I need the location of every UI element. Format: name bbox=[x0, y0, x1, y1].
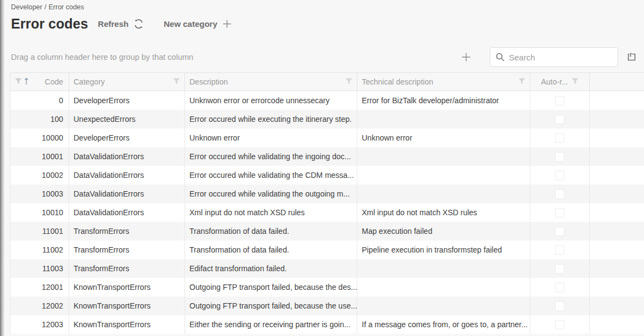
column-header-empty bbox=[590, 73, 644, 91]
cell-technical-description: If a message comes from, or goes to, a p… bbox=[357, 315, 530, 334]
table-row[interactable]: 10010DataValidationErrorsXml input do no… bbox=[10, 203, 644, 222]
sort-ascending-icon bbox=[24, 77, 29, 87]
group-panel-hint: Drag a column header here to group by th… bbox=[11, 53, 461, 61]
cell-category: KnownTransportErrors bbox=[69, 315, 185, 334]
cell-auto-retry bbox=[530, 222, 590, 240]
cell-code: 0 bbox=[10, 91, 69, 110]
new-category-button-label: New category bbox=[164, 19, 217, 29]
cell-empty bbox=[590, 203, 644, 222]
cell-description: Error occured while validating the CDM m… bbox=[185, 166, 357, 184]
auto-retry-checkbox[interactable] bbox=[555, 264, 564, 273]
cell-auto-retry bbox=[530, 296, 590, 315]
cell-technical-description: Map execution failed bbox=[357, 222, 530, 240]
column-header-label: Auto-r... bbox=[541, 77, 568, 86]
column-header-label: Technical description bbox=[362, 77, 518, 86]
table-row[interactable]: 10001DataValidationErrorsError occured w… bbox=[10, 147, 644, 166]
column-header-auto-retry[interactable]: Auto-r... bbox=[530, 73, 590, 91]
filter-icon[interactable] bbox=[345, 77, 352, 86]
cell-code: 12002 bbox=[10, 296, 69, 315]
cell-code: 12001 bbox=[10, 278, 69, 296]
refresh-button[interactable]: Refresh bbox=[98, 19, 144, 29]
export-button[interactable] bbox=[626, 52, 637, 63]
cell-technical-description bbox=[357, 166, 530, 184]
auto-retry-checkbox[interactable] bbox=[555, 283, 564, 292]
filter-icon[interactable] bbox=[173, 77, 180, 86]
cell-empty bbox=[590, 91, 644, 110]
add-row-button[interactable] bbox=[461, 52, 471, 62]
cell-description: Outgoing FTP transport failed, because t… bbox=[185, 278, 357, 296]
column-header-category[interactable]: Category bbox=[69, 73, 185, 91]
filter-icon[interactable] bbox=[15, 77, 22, 86]
cell-empty bbox=[590, 222, 644, 240]
auto-retry-checkbox[interactable] bbox=[555, 301, 564, 311]
cell-code: 100 bbox=[10, 110, 69, 128]
table-row[interactable]: 10003DataValidationErrorsError occured w… bbox=[10, 184, 644, 203]
left-edge-shadow bbox=[0, 0, 4, 336]
cell-category: DeveloperErrors bbox=[69, 128, 185, 147]
cell-empty bbox=[590, 110, 644, 128]
cell-auto-retry bbox=[530, 203, 590, 222]
cell-category: TransformErrors bbox=[69, 259, 185, 278]
search-input[interactable] bbox=[509, 53, 612, 62]
filter-icon[interactable] bbox=[518, 77, 525, 86]
cell-description: Unknown error bbox=[185, 128, 357, 147]
column-header-technical-description[interactable]: Technical description bbox=[357, 73, 530, 91]
cell-technical-description: Error for BizTalk developer/administrato… bbox=[357, 91, 530, 110]
table-row[interactable]: 11002TransformErrorsTransformation of da… bbox=[10, 240, 644, 259]
auto-retry-checkbox[interactable] bbox=[555, 115, 564, 124]
auto-retry-checkbox[interactable] bbox=[555, 133, 564, 143]
cell-empty bbox=[590, 128, 644, 147]
filter-icon[interactable] bbox=[572, 77, 579, 86]
auto-retry-checkbox[interactable] bbox=[555, 208, 564, 217]
cell-description: Error occured while validating the outgo… bbox=[185, 184, 357, 203]
cell-auto-retry bbox=[530, 110, 590, 128]
cell-code: 10010 bbox=[10, 203, 69, 222]
auto-retry-checkbox[interactable] bbox=[555, 227, 564, 236]
new-category-button[interactable]: New category bbox=[164, 19, 232, 29]
breadcrumb-item-developer[interactable]: Developer bbox=[11, 3, 42, 11]
table-row[interactable]: 11001TransformErrorsTransformation of da… bbox=[10, 222, 644, 240]
grid-header-row: Code Category Description Technical desc… bbox=[10, 72, 644, 91]
column-header-description[interactable]: Description bbox=[185, 73, 357, 91]
cell-description: Transformation of data failed. bbox=[185, 222, 357, 240]
table-row[interactable]: 12003KnownTransportErrorsEither the send… bbox=[10, 315, 644, 334]
table-row[interactable]: 11003TransformErrorsEdifact transformati… bbox=[10, 259, 644, 278]
auto-retry-checkbox[interactable] bbox=[555, 171, 564, 180]
column-header-label: Description bbox=[189, 77, 345, 86]
table-row[interactable]: 0DeveloperErrorsUnknwon error or errorco… bbox=[10, 91, 644, 110]
auto-retry-checkbox[interactable] bbox=[555, 152, 564, 161]
breadcrumb: Developer/Error codes bbox=[11, 3, 644, 11]
cell-code: 12003 bbox=[10, 315, 69, 334]
breadcrumb-item-error-codes[interactable]: Error codes bbox=[48, 3, 84, 11]
cell-category: DataValidationErrors bbox=[69, 166, 185, 184]
cell-auto-retry bbox=[530, 240, 590, 259]
table-row[interactable]: 12001KnownTransportErrorsOutgoing FTP tr… bbox=[10, 278, 644, 296]
cell-empty bbox=[590, 296, 644, 315]
cell-code: 11002 bbox=[10, 240, 69, 259]
auto-retry-checkbox[interactable] bbox=[555, 189, 564, 199]
cell-technical-description bbox=[357, 259, 530, 278]
cell-empty bbox=[590, 259, 644, 278]
cell-description: Xml input do not match XSD rules bbox=[185, 203, 357, 222]
grid-body: 0DeveloperErrorsUnknwon error or errorco… bbox=[10, 91, 644, 334]
auto-retry-checkbox[interactable] bbox=[555, 320, 564, 329]
table-row[interactable]: 12002KnownTransportErrorsOutgoing FTP tr… bbox=[10, 296, 644, 315]
cell-empty bbox=[590, 184, 644, 203]
cell-technical-description bbox=[357, 184, 530, 203]
cell-code: 10003 bbox=[10, 184, 69, 203]
table-row[interactable]: 10002DataValidationErrorsError occured w… bbox=[10, 166, 644, 184]
auto-retry-checkbox[interactable] bbox=[555, 96, 564, 105]
cell-category: UnexpectedErrors bbox=[69, 110, 185, 128]
search-box bbox=[490, 47, 618, 67]
cell-auto-retry bbox=[530, 259, 590, 278]
cell-category: TransformErrors bbox=[69, 222, 185, 240]
breadcrumb-separator: / bbox=[44, 3, 46, 11]
column-header-code[interactable]: Code bbox=[10, 73, 69, 91]
cell-description: Error occured while validating the ingoi… bbox=[185, 147, 357, 166]
table-row[interactable]: 100UnexpectedErrorsError occured while e… bbox=[10, 110, 644, 128]
table-row[interactable]: 10000DeveloperErrorsUnknown errorUnknown… bbox=[10, 128, 644, 147]
cell-auto-retry bbox=[530, 166, 590, 184]
cell-auto-retry bbox=[530, 91, 590, 110]
auto-retry-checkbox[interactable] bbox=[555, 245, 564, 255]
cell-category: KnownTransportErrors bbox=[69, 296, 185, 315]
